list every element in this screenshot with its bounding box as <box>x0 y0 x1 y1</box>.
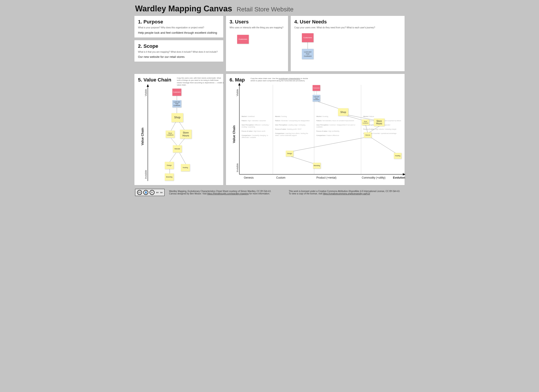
svg-line-7 <box>171 138 177 145</box>
footer-left: Wardley Mapping, Evolutionary Characteri… <box>169 190 284 195</box>
sticky-hosting[interactable]: Hosting <box>394 153 401 159</box>
canvas-title: Wardley Mapping Canvas <box>135 4 232 13</box>
axis-visible: Visible <box>144 89 147 96</box>
sticky-store-locations[interactable]: Store Locations <box>362 120 369 125</box>
svg-line-8 <box>179 138 185 145</box>
axis-invisible: Invisible <box>144 170 147 179</box>
svg-line-25 <box>291 137 366 152</box>
sticky-look-feel-confident[interactable]: Look and Feel Confident <box>302 49 313 59</box>
cc-icon: CC <box>137 190 142 195</box>
axis-value-chain: Value Chain <box>141 128 144 145</box>
axis-value-chain: Value Chain <box>232 125 236 143</box>
users-prompt: Who uses or interacts with the thing you… <box>230 26 284 29</box>
user-needs-connector <box>291 16 407 72</box>
evo-product: Product (+rental) <box>316 176 337 179</box>
sticky-customers[interactable]: Customers <box>302 33 313 42</box>
sticky-confident[interactable]: Look and Feel Confident <box>313 95 320 102</box>
panel-purpose: 1. Purpose What is your purpose? Why doe… <box>134 16 223 38</box>
notes-custom: Market: Forming Failure: Moderate / unsu… <box>275 115 311 136</box>
svg-line-26 <box>371 137 397 154</box>
sticky-confident[interactable]: Look and Feel Confident <box>172 100 181 107</box>
sticky-customers[interactable]: Customers <box>237 35 249 44</box>
axis-visible: Visible <box>236 89 239 96</box>
footer-link-cc[interactable]: https://creativecommons.org/licenses/by-… <box>323 192 370 195</box>
sticky-hosting[interactable]: Hosting <box>181 164 190 171</box>
evo-custom: Custom <box>276 176 285 179</box>
header: Wardley Mapping Canvas Retail Store Webs… <box>134 2 405 16</box>
notes-genesis: Market: Undefined Failure: High / tolera… <box>242 115 272 139</box>
panel-users: 3. Users Who uses or interacts with the … <box>226 16 288 72</box>
sa-icon: ↻ <box>149 190 154 195</box>
by-icon: 👤 <box>143 190 148 195</box>
axis-invisible: Invisible <box>236 163 239 172</box>
sticky-shop[interactable]: Shop <box>338 108 348 116</box>
svg-line-6 <box>179 122 185 131</box>
evo-genesis: Genesis <box>244 176 254 179</box>
sticky-branding[interactable]: Branding <box>313 163 321 168</box>
sticky-customers[interactable]: Customers <box>313 85 320 91</box>
scope-content: Our new website for our retail stores <box>138 55 220 58</box>
mapping-canvas: Wardley Mapping Canvas Retail Store Webs… <box>131 0 408 198</box>
sticky-customers[interactable]: Customers <box>172 89 181 96</box>
sticky-website[interactable]: Website <box>173 145 182 153</box>
panel-user-needs: 4. User Needs Copy your users over. What… <box>290 16 405 72</box>
svg-line-5 <box>171 122 176 131</box>
svg-line-10 <box>179 153 186 164</box>
sticky-design[interactable]: Design <box>165 162 174 169</box>
sticky-store-locations[interactable]: Store Locations <box>166 131 175 138</box>
purpose-content: Help people look and feel confident thro… <box>138 31 220 34</box>
purpose-prompt: What is your purpose? Why does this orga… <box>138 26 220 29</box>
evo-commodity: Commodity (+utility) <box>362 176 385 179</box>
canvas-subtitle: Retail Store Website <box>237 6 294 13</box>
sticky-shop[interactable]: Shop <box>172 113 183 122</box>
notes-product: Market: Growing Failure: Not tolerated, … <box>316 115 358 136</box>
panel-map: 6. Map Copy the value chain over. Use th… <box>226 74 405 185</box>
sticky-website[interactable]: Website <box>364 132 371 138</box>
panel-value-chain: 5. Value Chain Copy the users over, with… <box>134 74 223 185</box>
sticky-branding[interactable]: Branding <box>165 173 174 181</box>
sticky-store-hours[interactable]: Store Hours <box>374 119 385 126</box>
footer-link-hiredthought[interactable]: https://hiredthought.com/wardley-mapping <box>207 192 249 195</box>
users-heading: 3. Users <box>230 19 284 25</box>
panel-scope: 2. Scope What is it that you are mapping… <box>134 40 223 62</box>
svg-marker-2 <box>147 84 149 87</box>
footer: CC 👤 ↻ BY SA Wardley Mapping, Evolutiona… <box>134 187 405 197</box>
cc-badge: CC 👤 ↻ BY SA <box>135 189 164 196</box>
sticky-design[interactable]: Design <box>286 151 294 157</box>
scope-prompt: What is it that you are mapping? What do… <box>138 50 220 54</box>
evo-axis-label: Evolution <box>393 176 405 179</box>
svg-marker-15 <box>403 173 405 176</box>
scope-heading: 2. Scope <box>138 43 220 49</box>
footer-right: This work is licensed under a Creative C… <box>289 190 404 195</box>
svg-marker-13 <box>238 83 241 86</box>
purpose-heading: 1. Purpose <box>138 19 220 25</box>
svg-line-9 <box>170 153 176 162</box>
sticky-store-hours[interactable]: Store Hours <box>180 130 192 139</box>
svg-line-27 <box>291 157 317 165</box>
